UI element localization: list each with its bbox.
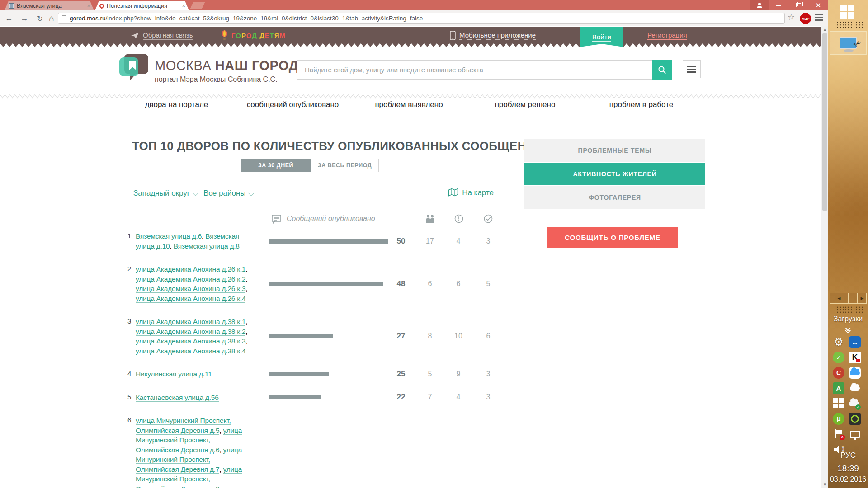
minimize-button[interactable] xyxy=(769,0,788,10)
browser-tab-2[interactable]: Полезная информация × xyxy=(95,1,189,10)
table-row: 4Никулинская улица д.1125593 xyxy=(118,369,500,379)
feedback-link[interactable]: Обратная связь xyxy=(131,27,193,43)
table-header: Сообщений опубликовано xyxy=(118,214,500,225)
yard-links: Кастанаевская улица д.56 xyxy=(136,393,255,403)
kaspersky-icon[interactable] xyxy=(849,352,861,363)
yard-link[interactable]: Вяземская улица д.6 xyxy=(136,232,202,240)
url-bar[interactable]: gorod.mos.ru/index.php?show=info&do=cat&… xyxy=(58,13,785,24)
gear-icon[interactable] xyxy=(833,336,844,348)
report-problem-button[interactable]: СООБЩИТЬ О ПРОБЛЕМЕ xyxy=(547,227,678,248)
yard-link[interactable]: улица Академика Анохина д.26 к.3 xyxy=(136,285,245,293)
stats-row: двора на порталесообщений опубликованопр… xyxy=(118,100,699,109)
map-link[interactable]: На карте xyxy=(118,188,494,197)
back-icon[interactable]: ← xyxy=(3,12,15,25)
icloud-icon[interactable] xyxy=(849,367,861,379)
tab-close-icon[interactable]: × xyxy=(182,2,185,9)
row-rank: 1 xyxy=(127,232,131,239)
residents-icon xyxy=(425,214,435,223)
page-icon xyxy=(62,15,66,21)
messages-bar xyxy=(269,239,388,244)
windows-panes-icon[interactable] xyxy=(833,398,844,409)
mobile-app-link[interactable]: Мобильное приложение xyxy=(450,27,536,43)
onedrive-icon[interactable] xyxy=(849,382,861,394)
network-icon[interactable] xyxy=(849,428,861,440)
language-indicator[interactable]: РУС xyxy=(828,451,868,460)
browser-menu-icon[interactable] xyxy=(815,14,824,21)
adguard-icon[interactable] xyxy=(833,382,844,394)
site-header: МОСКВА НАШ ГОРОД портал Мэра Москвы Собя… xyxy=(0,47,821,93)
scroll-left-icon[interactable]: ◀ xyxy=(830,293,849,304)
snipping-tool-icon[interactable] xyxy=(830,31,867,55)
tab-close-icon[interactable]: × xyxy=(87,2,90,9)
page-scrollbar[interactable]: ▲ ▼ xyxy=(821,26,828,488)
yard-link[interactable]: улица Академика Анохина д.26 к.1 xyxy=(136,265,245,273)
teamviewer-icon[interactable] xyxy=(849,336,861,348)
site-logo[interactable]: МОСКВА НАШ ГОРОД портал Мэра Москвы Собя… xyxy=(118,52,298,85)
logo-title: МОСКВА НАШ ГОРОД xyxy=(155,58,298,73)
row-rank: 6 xyxy=(127,416,131,424)
stat-label: проблем выявлено xyxy=(351,100,467,109)
sidebar-item[interactable]: АКТИВНОСТЬ ЖИТЕЛЕЙ xyxy=(524,163,705,185)
logo-subtitle: портал Мэра Москвы Собянина С.С. xyxy=(155,75,298,84)
flag-alert-icon[interactable]: ✕ xyxy=(833,428,844,440)
nvidia-icon[interactable] xyxy=(849,413,861,425)
search-button[interactable] xyxy=(652,60,672,80)
scroll-up-icon[interactable]: ▲ xyxy=(821,26,828,33)
yard-link[interactable]: Вяземская улица д.8 xyxy=(174,242,240,250)
home-icon[interactable]: ⌂ xyxy=(45,12,58,25)
yard-link[interactable]: улица Академика Анохина д.38 к.2 xyxy=(136,328,245,336)
cloud-check-icon[interactable]: ✓ xyxy=(848,398,860,409)
table-row: 1Вяземская улица д.6, Вяземская улица д.… xyxy=(118,231,500,251)
site-menu-button[interactable] xyxy=(683,60,701,78)
tab-title: Полезная информация xyxy=(107,3,167,9)
yard-link[interactable]: улица Академика Анохина д.26 к.4 xyxy=(136,295,245,303)
clock-time[interactable]: 18:39 xyxy=(828,464,868,474)
messages-bar xyxy=(269,282,383,286)
browser-titlebar: Вяземская улица × Полезная информация × … xyxy=(0,0,828,10)
tab-all-period[interactable]: ЗА ВЕСЬ ПЕРИОД xyxy=(311,159,379,172)
shield-check-icon[interactable] xyxy=(833,352,844,363)
map-pin-icon xyxy=(99,2,105,9)
solved-icon xyxy=(484,214,493,223)
sidebar-item[interactable]: ФОТОГАЛЕРЕЯ xyxy=(524,186,705,209)
yard-link[interactable]: Кастанаевская улица д.56 xyxy=(136,394,219,402)
register-link[interactable]: Регистрация xyxy=(647,27,687,43)
table-row: 3улица Академика Анохина д.38 к.1, улица… xyxy=(118,317,500,356)
utorrent-icon[interactable] xyxy=(833,413,844,425)
yard-link[interactable]: улица Академика Анохина д.38 к.3 xyxy=(136,337,245,345)
search-bar xyxy=(297,60,672,80)
adblock-icon[interactable]: ABP xyxy=(800,13,811,24)
yard-links: Никулинская улица д.11 xyxy=(136,369,255,379)
search-input[interactable] xyxy=(297,60,652,80)
bookmark-star-icon[interactable]: ☆ xyxy=(788,12,795,22)
double-chevron-icon[interactable] xyxy=(845,326,851,333)
scroll-down-icon[interactable]: ▼ xyxy=(821,481,828,488)
login-button[interactable]: Войти xyxy=(580,27,623,47)
maximize-button[interactable] xyxy=(788,0,808,10)
yard-link[interactable]: улица Академика Анохина д.26 к.2 xyxy=(136,275,245,283)
close-button[interactable]: ✕ xyxy=(808,0,828,10)
forward-icon[interactable]: → xyxy=(18,12,31,25)
ccleaner-icon[interactable] xyxy=(833,367,844,379)
refresh-icon[interactable]: ↻ xyxy=(33,12,46,25)
yard-link[interactable]: улица Академика Анохина д.38 к.1 xyxy=(136,318,245,326)
clock-date[interactable]: 03.02.2016 xyxy=(828,475,868,483)
url-text: gorod.mos.ru/index.php?show=info&do=cat&… xyxy=(70,15,423,22)
downloads-toolbar-label[interactable]: Загрузки xyxy=(828,315,868,323)
stat-label: проблем в работе xyxy=(583,100,699,109)
profile-button[interactable] xyxy=(750,0,769,10)
city-for-kids-link[interactable]: ГОРОД ДЕТЯМ xyxy=(221,27,286,43)
scroll-right-icon[interactable]: ▶ xyxy=(858,293,867,304)
row-rank: 5 xyxy=(127,393,131,401)
browser-tab-1[interactable]: Вяземская улица × xyxy=(5,1,94,10)
start-button[interactable] xyxy=(840,5,854,19)
solved-count: 6 xyxy=(475,332,502,340)
tab-last-30-days[interactable]: ЗА 30 ДНЕЙ xyxy=(241,159,311,172)
yard-links: Вяземская улица д.6, Вяземская улица д.1… xyxy=(136,231,255,251)
yard-link[interactable]: улица Мичуринский Проспект, Олимпийская … xyxy=(136,417,231,435)
scrollbar-thumb[interactable] xyxy=(822,33,827,211)
yard-link[interactable]: улица Академика Анохина д.38 к.4 xyxy=(136,347,245,355)
yard-link[interactable]: Никулинская улица д.11 xyxy=(136,370,212,378)
sidebar-item[interactable]: ПРОБЛЕМНЫЕ ТЕМЫ xyxy=(524,139,705,162)
new-tab-button[interactable] xyxy=(190,2,205,9)
